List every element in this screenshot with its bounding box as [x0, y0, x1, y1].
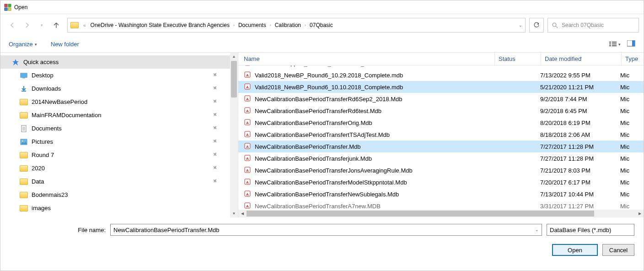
- scroll-left-icon[interactable]: ◀: [238, 210, 246, 217]
- address-bar[interactable]: « OneDrive - Washington State Executive …: [67, 18, 526, 33]
- file-row[interactable]: ANewCalibrationBasePeriodTransferRd6test…: [238, 105, 644, 117]
- nav-item[interactable]: Bodenmais23: [0, 188, 238, 201]
- forward-button[interactable]: [22, 21, 32, 30]
- file-type: Mic: [620, 131, 644, 138]
- file-row[interactable]: ACalibrationSupport_Rounds_10.10.2018_MA…: [238, 65, 644, 69]
- scroll-up-icon[interactable]: ▲: [230, 53, 238, 60]
- nav-item-label: 2020: [32, 165, 45, 172]
- file-date: 7/27/2017 11:28 PM: [540, 155, 620, 162]
- nav-item[interactable]: Downloads: [0, 82, 238, 95]
- address-dropdown[interactable]: ⌄: [519, 23, 522, 27]
- file-date: 7/27/2017 11:28 PM: [540, 143, 620, 150]
- file-row[interactable]: ANewCalibrationBasePeriodTransferA7new.M…: [238, 200, 644, 210]
- file-type: Mic: [620, 203, 644, 210]
- breadcrumb-item[interactable]: Calibration: [275, 22, 301, 28]
- nav-item[interactable]: 2014NewBasePeriod: [0, 95, 238, 108]
- scroll-down-icon[interactable]: ▼: [230, 210, 238, 217]
- mdb-file-icon: A: [244, 130, 252, 139]
- title-bar: Open: [0, 0, 644, 14]
- organize-menu[interactable]: Organize ▾: [9, 41, 37, 48]
- nav-scrollbar[interactable]: ▲ ▼: [230, 53, 238, 217]
- file-row[interactable]: ANewCalibrationBasePeriodTransferNewSubl…: [238, 188, 644, 200]
- nav-item[interactable]: Data: [0, 175, 238, 188]
- chevron-right-icon[interactable]: ›: [231, 23, 236, 27]
- pictures-icon: [20, 138, 28, 146]
- file-row[interactable]: ANewCalibrationBasePeriodTransfertTSAdjT…: [238, 129, 644, 141]
- scroll-thumb[interactable]: [231, 61, 237, 98]
- nav-item[interactable]: Round 7: [0, 148, 238, 162]
- file-row[interactable]: ANewCalibrationBasePeriodTransferOrig.Md…: [238, 117, 644, 129]
- file-row[interactable]: ANewCalibrationBasePeriodTransferModelSt…: [238, 176, 644, 188]
- downloads-icon: [20, 85, 28, 92]
- mdb-file-icon: A: [244, 95, 252, 103]
- nav-item-label: Pictures: [32, 138, 53, 145]
- filetype-filter[interactable]: DataBase Files (*.mdb) ⌄: [547, 224, 634, 236]
- svg-text:A: A: [246, 145, 249, 149]
- new-folder-button[interactable]: New folder: [51, 41, 79, 48]
- file-row[interactable]: ANewCalibrationBasePeriodTransferJonsAve…: [238, 164, 644, 176]
- svg-line-5: [556, 26, 558, 28]
- scroll-right-icon[interactable]: ▶: [636, 210, 644, 217]
- mdb-file-icon: A: [244, 154, 252, 163]
- recent-dropdown[interactable]: ▾: [37, 21, 46, 30]
- pin-icon: [212, 178, 218, 185]
- nav-item[interactable]: images: [0, 201, 238, 215]
- filename-label: File name:: [10, 227, 106, 233]
- svg-rect-16: [21, 73, 27, 77]
- file-type: Mic: [620, 191, 644, 198]
- svg-point-24: [22, 140, 23, 141]
- file-row[interactable]: ANewCalibrationBasePeriodTransferRd6Sep2…: [238, 93, 644, 105]
- nav-item[interactable]: MainFRAMDocumentation: [0, 108, 238, 122]
- chevron-right-icon[interactable]: ›: [268, 23, 273, 27]
- file-row[interactable]: AValid2018_NewBP_Round6_10.10.2018_Compl…: [238, 81, 644, 93]
- cancel-button[interactable]: Cancel: [602, 244, 634, 256]
- quick-access[interactable]: Quick access: [0, 55, 238, 69]
- scroll-thumb[interactable]: [247, 211, 594, 217]
- file-date: 7/21/2017 8:03 PM: [540, 167, 620, 174]
- horizontal-scrollbar[interactable]: ◀ ▶: [238, 210, 644, 217]
- file-name: NewCalibrationBasePeriodTransferNewSuble…: [255, 191, 494, 198]
- file-row[interactable]: ANewCalibrationBasePeriodTransferjunk.Md…: [238, 152, 644, 164]
- file-date: 5/21/2020 11:21 PM: [540, 84, 620, 91]
- view-options[interactable]: ▾: [609, 41, 621, 48]
- filename-dropdown-icon[interactable]: ⌄: [535, 228, 539, 232]
- preview-pane-toggle[interactable]: [627, 40, 635, 48]
- star-icon: [11, 59, 20, 66]
- column-type[interactable]: Type: [622, 55, 644, 62]
- mdb-file-icon: A: [244, 71, 252, 79]
- document-icon: [20, 125, 28, 132]
- back-button[interactable]: [8, 21, 17, 30]
- breadcrumb-item[interactable]: OneDrive - Washington State Executive Br…: [91, 22, 230, 28]
- navigation-pane: Quick accessDesktopDownloads2014NewBaseP…: [0, 53, 238, 217]
- svg-text:A: A: [246, 133, 249, 137]
- file-row[interactable]: AValid2018_NewBP_Round6_10.29.2018_Compl…: [238, 69, 644, 81]
- file-name: NewCalibrationBasePeriodTransferJonsAver…: [255, 167, 494, 174]
- column-date[interactable]: ⌄Date modified: [541, 55, 621, 62]
- refresh-button[interactable]: [529, 18, 544, 33]
- file-type: Mic: [620, 155, 644, 162]
- file-name: NewCalibrationBasePeriodTransferModelStk…: [255, 179, 494, 186]
- up-button[interactable]: [52, 21, 61, 30]
- breadcrumb-overflow[interactable]: «: [80, 23, 89, 28]
- column-name[interactable]: Name: [244, 55, 494, 62]
- breadcrumb-item[interactable]: 07Qbasic: [310, 22, 333, 28]
- search-input[interactable]: Search 07Qbasic: [547, 18, 639, 33]
- file-type: Mic: [620, 143, 644, 150]
- open-button[interactable]: Open: [552, 244, 598, 256]
- filename-input[interactable]: NewCalibrationBasePeriodTransfer.Mdb ⌄: [110, 224, 542, 236]
- file-date: 7/13/2017 10:44 PM: [540, 191, 620, 198]
- nav-item[interactable]: Desktop: [0, 69, 238, 82]
- mdb-file-icon: A: [244, 166, 252, 174]
- file-date: 3/31/2017 11:27 PM: [540, 203, 620, 210]
- file-name: Valid2018_NewBP_Round6_10.10.2018_Comple…: [255, 84, 494, 91]
- column-status[interactable]: Status: [495, 55, 541, 62]
- nav-item[interactable]: Documents: [0, 122, 238, 135]
- file-row[interactable]: ANewCalibrationBasePeriodTransfer.Mdb7/2…: [238, 141, 644, 152]
- svg-rect-0: [5, 4, 7, 7]
- breadcrumb-item[interactable]: Documents: [238, 22, 266, 28]
- desktop-icon: [20, 72, 28, 79]
- nav-item[interactable]: Pictures: [0, 135, 238, 148]
- nav-item[interactable]: 2020: [0, 162, 238, 175]
- svg-rect-17: [22, 78, 25, 78]
- chevron-right-icon[interactable]: ›: [303, 23, 308, 27]
